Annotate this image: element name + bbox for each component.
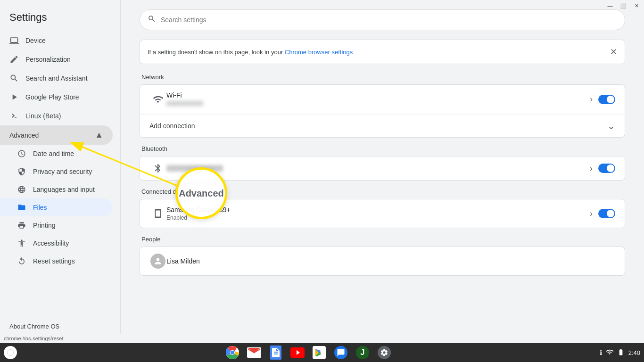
wifi-status-icon bbox=[606, 348, 613, 357]
sidebar-item-linux[interactable]: Linux (Beta) bbox=[0, 107, 113, 125]
sidebar-item-files[interactable]: Files bbox=[0, 198, 113, 216]
sidebar-item-printing-label: Printing bbox=[33, 222, 55, 229]
chrome-app-icon[interactable] bbox=[223, 343, 242, 362]
search-icon bbox=[9, 74, 19, 83]
reset-icon bbox=[17, 256, 26, 266]
phone-icon bbox=[149, 208, 166, 219]
app-container: Settings Device Personalization Search a… bbox=[0, 0, 644, 343]
samsung-title: Samsung Galaxy S9+ bbox=[166, 206, 590, 214]
wifi-network-name: XXXXXXXXX bbox=[166, 100, 590, 107]
people-card: Lisa Milden bbox=[140, 247, 625, 276]
terminal-icon bbox=[9, 111, 19, 121]
wifi-icon bbox=[149, 94, 166, 105]
bluetooth-icon bbox=[149, 163, 166, 173]
add-connection-label: Add connection bbox=[149, 122, 195, 130]
sidebar-item-date-time-label: Date and time bbox=[33, 150, 74, 157]
youtube-app-icon[interactable] bbox=[288, 343, 307, 362]
search-bar bbox=[140, 9, 625, 30]
banner-close-button[interactable]: ✕ bbox=[610, 47, 617, 57]
user-name: Lisa Milden bbox=[166, 257, 615, 265]
add-connection-row[interactable]: Add connection ⌄ bbox=[140, 114, 625, 137]
play-icon bbox=[9, 92, 19, 102]
jumper-app-icon[interactable]: J bbox=[353, 343, 372, 362]
network-section-title: Network bbox=[140, 74, 625, 81]
bluetooth-toggle[interactable] bbox=[598, 164, 615, 173]
laptop-icon bbox=[9, 36, 19, 45]
pen-icon bbox=[9, 55, 19, 64]
sidebar-item-search[interactable]: Search and Assistant bbox=[0, 69, 113, 88]
sidebar-title: Settings bbox=[0, 8, 120, 31]
sidebar-item-languages[interactable]: Languages and input bbox=[0, 181, 113, 198]
add-connection-chevron: ⌄ bbox=[607, 120, 615, 132]
search-input[interactable] bbox=[161, 16, 617, 24]
wifi-content: Wi-Fi XXXXXXXXX bbox=[166, 91, 590, 107]
banner-text: If a setting doesn't show on this page, … bbox=[148, 49, 353, 56]
samsung-arrow: › bbox=[590, 209, 593, 219]
advanced-section-header[interactable]: Advanced ▲ bbox=[0, 125, 113, 145]
sidebar-item-personalization-label: Personalization bbox=[25, 56, 103, 63]
status-bar: chrome://os-settings/reset bbox=[0, 334, 121, 343]
people-section-title: People bbox=[140, 236, 625, 243]
play-store-app-icon[interactable] bbox=[310, 343, 329, 362]
sidebar-item-reset[interactable]: Reset settings bbox=[0, 252, 113, 270]
sidebar-item-linux-label: Linux (Beta) bbox=[25, 112, 103, 120]
advanced-section-label: Advanced bbox=[9, 132, 39, 139]
taskbar-status: ℹ 2:40 bbox=[600, 348, 640, 357]
sidebar-item-google-play[interactable]: Google Play Store bbox=[0, 88, 113, 107]
network-card: Wi-Fi XXXXXXXXX › Add connection ⌄ bbox=[140, 84, 625, 138]
sidebar-item-date-time[interactable]: Date and time bbox=[0, 145, 113, 163]
print-icon bbox=[17, 221, 26, 230]
folder-icon bbox=[17, 203, 26, 212]
samsung-content: Samsung Galaxy S9+ Enabled bbox=[166, 206, 590, 221]
search-icon-main bbox=[148, 15, 156, 25]
sidebar-item-accessibility-label: Accessibility bbox=[33, 239, 69, 247]
window-titlebar: — ⬜ ✕ bbox=[603, 0, 644, 11]
bluetooth-right: › bbox=[590, 164, 615, 173]
zoom-annotation: Advanced bbox=[175, 167, 227, 219]
user-content: Lisa Milden bbox=[166, 257, 615, 265]
chrome-browser-settings-link[interactable]: Chrome browser settings bbox=[285, 49, 353, 56]
gmail-app-icon[interactable] bbox=[245, 343, 264, 362]
samsung-subtitle: Enabled bbox=[166, 214, 590, 221]
wifi-toggle[interactable] bbox=[598, 95, 615, 104]
samsung-toggle[interactable] bbox=[598, 209, 615, 218]
svg-point-7 bbox=[231, 351, 234, 354]
settings-taskbar-icon[interactable] bbox=[375, 343, 394, 362]
taskbar-apps: J bbox=[223, 343, 394, 362]
advanced-section-left: Advanced bbox=[9, 132, 39, 139]
restore-button[interactable]: ⬜ bbox=[619, 2, 627, 9]
battery-icon bbox=[617, 348, 625, 357]
user-row[interactable]: Lisa Milden bbox=[140, 247, 625, 275]
taskbar-time: 2:40 bbox=[628, 349, 640, 356]
sidebar-item-files-label: Files bbox=[33, 204, 47, 211]
sidebar-item-device-label: Device bbox=[25, 37, 103, 44]
wifi-title: Wi-Fi bbox=[166, 91, 590, 99]
sidebar-item-accessibility[interactable]: Accessibility bbox=[0, 234, 113, 252]
minimize-button[interactable]: — bbox=[606, 2, 614, 9]
wifi-arrow: › bbox=[590, 94, 593, 104]
sidebar-item-reset-label: Reset settings bbox=[33, 257, 75, 265]
wifi-row[interactable]: Wi-Fi XXXXXXXXX › bbox=[140, 85, 625, 114]
svg-marker-8 bbox=[297, 350, 300, 355]
bluetooth-arrow: › bbox=[590, 164, 593, 173]
info-banner: If a setting doesn't show on this page, … bbox=[140, 40, 625, 64]
messages-app-icon[interactable] bbox=[331, 343, 350, 362]
advanced-sub-items: Date and time Privacy and security Langu… bbox=[0, 145, 120, 270]
sidebar-item-privacy[interactable]: Privacy and security bbox=[0, 163, 113, 181]
close-button[interactable]: ✕ bbox=[633, 2, 640, 9]
sidebar-item-google-play-label: Google Play Store bbox=[25, 93, 103, 101]
sidebar-item-personalization[interactable]: Personalization bbox=[0, 50, 113, 69]
docs-app-icon[interactable] bbox=[266, 343, 285, 362]
sidebar-item-device[interactable]: Device bbox=[0, 31, 113, 50]
wifi-right: › bbox=[590, 94, 615, 104]
info-icon: ℹ bbox=[600, 349, 602, 356]
globe-icon bbox=[17, 185, 26, 194]
launcher-button[interactable] bbox=[4, 346, 17, 359]
sidebar-item-languages-label: Languages and input bbox=[33, 186, 95, 193]
sidebar: Settings Device Personalization Search a… bbox=[0, 0, 121, 343]
sidebar-item-search-label: Search and Assistant bbox=[25, 74, 103, 82]
avatar bbox=[149, 254, 166, 269]
sidebar-item-printing[interactable]: Printing bbox=[0, 216, 113, 234]
sidebar-about[interactable]: About Chrome OS bbox=[0, 317, 120, 336]
svg-point-3 bbox=[7, 349, 13, 355]
